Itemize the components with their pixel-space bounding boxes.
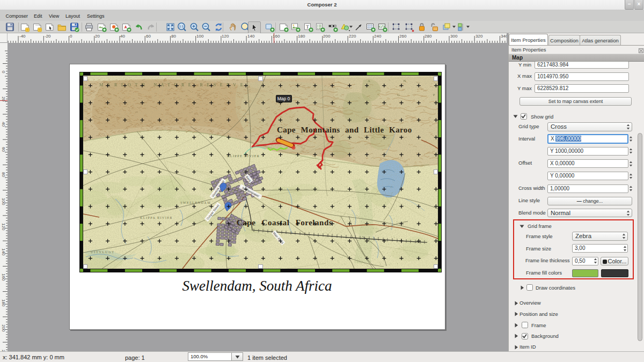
svg-text:A: A xyxy=(125,25,127,29)
svg-text:T: T xyxy=(306,24,309,29)
svg-text:1:1: 1:1 xyxy=(179,25,184,28)
